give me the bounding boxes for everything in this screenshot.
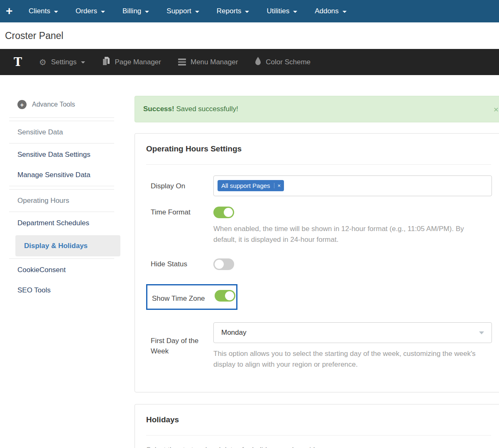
nav-billing[interactable]: Billing bbox=[122, 7, 149, 15]
plus-circle-icon: + bbox=[17, 100, 27, 109]
toggle-knob bbox=[224, 208, 233, 217]
chevron-down-icon bbox=[54, 11, 58, 13]
card-title: Operating Hours Settings bbox=[146, 144, 491, 164]
sidebar: + Advance Tools Sensitive Data Sensitive… bbox=[0, 75, 135, 448]
show-time-zone-row-focused: Show Time Zone bbox=[146, 284, 237, 310]
display-on-input[interactable]: All support Pages × bbox=[213, 175, 492, 196]
close-icon[interactable]: × bbox=[494, 105, 499, 114]
add-icon[interactable]: + bbox=[6, 0, 17, 22]
divider bbox=[9, 121, 114, 121]
success-alert: Success! Saved successfully! × bbox=[135, 96, 499, 122]
sidebar-item-display-holidays[interactable]: Display & Holidays bbox=[15, 235, 120, 256]
display-on-row: Display On All support Pages × bbox=[146, 175, 491, 196]
sidebar-item-department-schedules[interactable]: Department Schedules bbox=[9, 213, 135, 233]
nav-reports[interactable]: Reports bbox=[217, 7, 250, 15]
sidebar-item-seo-tools[interactable]: SEO Tools bbox=[9, 280, 135, 300]
toggle-knob bbox=[215, 260, 224, 269]
sidebar-header-operating-hours: Operating Hours bbox=[9, 190, 135, 211]
main-area: + Advance Tools Sensitive Data Sensitive… bbox=[0, 75, 499, 448]
top-nav: + Clients Orders Billing Support Reports… bbox=[0, 0, 499, 22]
remove-tag-icon[interactable]: × bbox=[274, 183, 284, 188]
divider bbox=[146, 164, 491, 165]
nav-support[interactable]: Support bbox=[166, 7, 199, 15]
divider bbox=[146, 435, 491, 436]
divider bbox=[9, 189, 114, 190]
first-day-help: This option allows you to select the sta… bbox=[213, 348, 476, 370]
sidebar-item-cookie-consent[interactable]: CookieConsent bbox=[9, 260, 135, 280]
gear-icon: ⚙ bbox=[39, 58, 46, 66]
toggle-knob bbox=[225, 291, 234, 300]
time-format-label: Time Format bbox=[146, 207, 213, 245]
show-time-zone-toggle[interactable] bbox=[215, 290, 235, 302]
holidays-card: Holidays Select the start and end dates … bbox=[135, 404, 499, 448]
tag-label: All support Pages bbox=[218, 183, 274, 189]
divider bbox=[9, 212, 114, 212]
sidebar-item-sensitive-data-settings[interactable]: Sensitive Data Settings bbox=[9, 144, 135, 165]
module-toolbar: T ⚙ Settings Page Manager Menu Manager C… bbox=[0, 49, 499, 75]
divider bbox=[9, 258, 114, 259]
first-day-label: First Day of the Week bbox=[146, 336, 213, 356]
droplet-icon bbox=[255, 57, 261, 68]
nav-addons[interactable]: Addons bbox=[315, 7, 347, 15]
chevron-down-icon bbox=[479, 331, 484, 334]
first-day-row: First Day of the Week Monday This option… bbox=[146, 322, 491, 370]
menu-icon bbox=[178, 58, 186, 66]
sidebar-item-manage-sensitive-data[interactable]: Manage Sensitive Data bbox=[9, 165, 135, 185]
alert-title: Success! bbox=[143, 105, 174, 113]
toolbar-menu-manager[interactable]: Menu Manager bbox=[178, 58, 238, 66]
time-format-help: When enabled, the time will be shown in … bbox=[213, 224, 476, 245]
alert-message: Saved successfully! bbox=[176, 105, 238, 113]
hide-status-toggle[interactable] bbox=[213, 258, 234, 270]
chevron-down-icon bbox=[81, 61, 85, 63]
operating-hours-settings-card: Operating Hours Settings Display On All … bbox=[135, 133, 499, 392]
pages-icon bbox=[102, 57, 110, 68]
nav-orders[interactable]: Orders bbox=[76, 7, 105, 15]
time-format-row: Time Format When enabled, the time will … bbox=[146, 207, 491, 245]
toolbar-color-scheme[interactable]: Color Scheme bbox=[255, 57, 311, 68]
time-format-toggle[interactable] bbox=[213, 207, 234, 218]
chevron-down-icon bbox=[245, 11, 249, 13]
toolbar-page-manager[interactable]: Page Manager bbox=[102, 57, 161, 68]
chevron-down-icon bbox=[293, 11, 297, 13]
page-title: Croster Panel bbox=[5, 30, 499, 41]
divider bbox=[9, 117, 114, 118]
show-time-zone-label: Show Time Zone bbox=[147, 289, 215, 304]
hide-status-label: Hide Status bbox=[146, 258, 213, 272]
chevron-down-icon bbox=[342, 11, 347, 13]
nav-utilities[interactable]: Utilities bbox=[267, 7, 297, 15]
hide-status-row: Hide Status bbox=[146, 258, 491, 272]
toolbar-settings[interactable]: ⚙ Settings bbox=[39, 58, 85, 66]
sidebar-header-sensitive-data: Sensitive Data bbox=[9, 122, 135, 142]
sidebar-advance-tools[interactable]: + Advance Tools bbox=[9, 96, 135, 117]
chevron-down-icon bbox=[101, 11, 105, 13]
nav-clients[interactable]: Clients bbox=[29, 7, 58, 15]
chevron-down-icon bbox=[195, 11, 199, 13]
content-area: Success! Saved successfully! × Operating… bbox=[135, 96, 499, 448]
module-logo-icon[interactable]: T bbox=[14, 56, 22, 68]
first-day-select[interactable]: Monday bbox=[213, 322, 492, 343]
chevron-down-icon bbox=[145, 11, 149, 13]
display-on-label: Display On bbox=[146, 181, 213, 191]
selected-tag: All support Pages × bbox=[218, 180, 284, 191]
divider bbox=[9, 186, 114, 186]
card-title: Holidays bbox=[146, 414, 491, 435]
select-value: Monday bbox=[221, 329, 246, 337]
holidays-description: Select the start and end dates for holid… bbox=[146, 445, 491, 448]
divider bbox=[9, 143, 114, 144]
